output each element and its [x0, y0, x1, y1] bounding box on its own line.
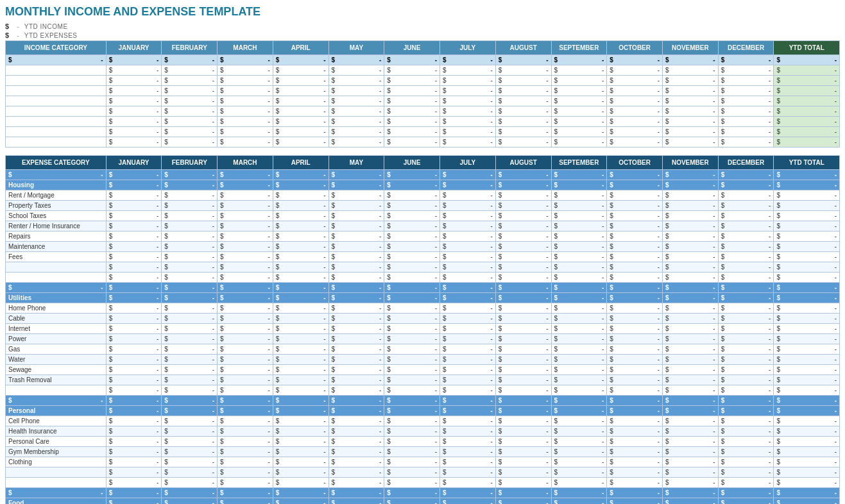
expense-data-month-0[interactable]: $-	[106, 385, 162, 396]
expense-data-month-7[interactable]: $-	[495, 221, 551, 231]
expense-data-month-6[interactable]: $-	[440, 437, 496, 447]
expense-data-month-1[interactable]: $-	[162, 365, 218, 375]
expense-data-month-6[interactable]: $-	[440, 416, 496, 426]
expense-data-month-7[interactable]: $-	[495, 437, 551, 447]
expense-data-month-3[interactable]: $-	[273, 273, 329, 283]
income-cell-r2-m9[interactable]: $-	[607, 86, 663, 96]
expense-total-month-9[interactable]: $-	[607, 170, 663, 180]
expense-data-month-11[interactable]: $-	[718, 344, 774, 355]
income-cell-r1-m3[interactable]: $-	[273, 76, 329, 86]
expense-data-month-2[interactable]: $-	[218, 221, 273, 231]
expense-data-month-11[interactable]: $-	[718, 426, 774, 437]
expense-data-month-5[interactable]: $-	[384, 231, 440, 242]
expense-total-month-9[interactable]: $-	[607, 283, 663, 293]
expense-data-ytd[interactable]: $-	[774, 416, 840, 426]
income-cell-r6-m10[interactable]: $-	[662, 127, 718, 137]
expense-data-month-8[interactable]: $-	[551, 344, 607, 355]
expense-data-month-5[interactable]: $-	[384, 467, 440, 478]
expense-data-month-4[interactable]: $-	[329, 242, 384, 252]
expense-data-month-8[interactable]: $-	[551, 211, 607, 221]
income-ytd-cell-r0[interactable]: $-	[774, 65, 840, 76]
expense-total-month-1[interactable]: $-	[162, 293, 218, 303]
income-cell-r3-m0[interactable]: $-	[106, 96, 162, 106]
income-cell-r5-m11[interactable]: $-	[718, 117, 774, 127]
expense-data-month-4[interactable]: $-	[329, 355, 384, 365]
expense-data-month-9[interactable]: $-	[607, 426, 663, 437]
income-cell-r1-m10[interactable]: $-	[662, 76, 718, 86]
expense-data-month-5[interactable]: $-	[384, 314, 440, 324]
expense-total-month-8[interactable]: $-	[551, 293, 607, 303]
expense-total-month-11[interactable]: $-	[718, 498, 774, 505]
expense-total-month-1[interactable]: $-	[162, 180, 218, 190]
expense-data-month-7[interactable]: $-	[495, 211, 551, 221]
expense-data-month-10[interactable]: $-	[662, 426, 718, 437]
expense-data-month-7[interactable]: $-	[495, 242, 551, 252]
expense-total-month-6[interactable]: $-	[440, 283, 496, 293]
income-cell-r1-m5[interactable]: $-	[384, 76, 440, 86]
expense-total-month-10[interactable]: $-	[662, 293, 718, 303]
expense-data-month-0[interactable]: $-	[106, 426, 162, 437]
income-cell-r6-m0[interactable]: $-	[106, 127, 162, 137]
expense-data-ytd[interactable]: $-	[774, 211, 840, 221]
income-cell-r0-m9[interactable]: $-	[607, 65, 663, 76]
expense-total-month-2[interactable]: $-	[218, 180, 273, 190]
expense-data-month-7[interactable]: $-	[495, 467, 551, 478]
expense-data-month-0[interactable]: $-	[106, 324, 162, 334]
expense-item-label[interactable]: Trash Removal	[6, 375, 107, 385]
expense-total-month-8[interactable]: $-	[551, 498, 607, 505]
expense-data-month-10[interactable]: $-	[662, 303, 718, 314]
expense-data-month-1[interactable]: $-	[162, 355, 218, 365]
expense-total-month-6[interactable]: $-	[440, 293, 496, 303]
expense-data-month-5[interactable]: $-	[384, 437, 440, 447]
expense-data-month-0[interactable]: $-	[106, 231, 162, 242]
expense-data-month-3[interactable]: $-	[273, 355, 329, 365]
income-cell-r5-m3[interactable]: $-	[273, 117, 329, 127]
income-cell-r0-m4[interactable]: $-	[329, 65, 384, 76]
income-cell-r7-m4[interactable]: $-	[329, 137, 384, 147]
expense-data-month-9[interactable]: $-	[607, 314, 663, 324]
expense-item-label[interactable]: School Taxes	[6, 211, 107, 221]
expense-data-month-10[interactable]: $-	[662, 324, 718, 334]
expense-data-month-5[interactable]: $-	[384, 242, 440, 252]
expense-data-month-8[interactable]: $-	[551, 375, 607, 385]
expense-data-month-8[interactable]: $-	[551, 385, 607, 396]
expense-data-month-10[interactable]: $-	[662, 416, 718, 426]
expense-data-month-7[interactable]: $-	[495, 190, 551, 201]
income-total-month-11[interactable]: $-	[718, 55, 774, 65]
expense-total-month-10[interactable]: $-	[662, 396, 718, 406]
expense-item-label[interactable]: Sewage	[6, 365, 107, 375]
expense-total-month-11[interactable]: $-	[718, 170, 774, 180]
expense-data-month-9[interactable]: $-	[607, 385, 663, 396]
expense-data-month-6[interactable]: $-	[440, 190, 496, 201]
expense-data-month-5[interactable]: $-	[384, 457, 440, 467]
expense-total-month-3[interactable]: $-	[273, 406, 329, 416]
expense-item-label[interactable]: Clothing	[6, 457, 107, 467]
expense-data-month-9[interactable]: $-	[607, 457, 663, 467]
income-cell-r6-m1[interactable]: $-	[162, 127, 218, 137]
expense-data-ytd[interactable]: $-	[774, 334, 840, 344]
expense-data-month-0[interactable]: $-	[106, 303, 162, 314]
expense-data-month-4[interactable]: $-	[329, 314, 384, 324]
expense-data-month-8[interactable]: $-	[551, 355, 607, 365]
income-category-cell[interactable]	[6, 127, 107, 137]
income-total-month-5[interactable]: $-	[384, 55, 440, 65]
income-ytd-cell-r1[interactable]: $-	[774, 76, 840, 86]
income-category-cell[interactable]	[6, 96, 107, 106]
expense-data-month-5[interactable]: $-	[384, 385, 440, 396]
expense-data-month-9[interactable]: $-	[607, 478, 663, 488]
expense-data-month-8[interactable]: $-	[551, 447, 607, 457]
expense-data-month-8[interactable]: $-	[551, 262, 607, 273]
expense-data-month-11[interactable]: $-	[718, 314, 774, 324]
expense-item-label[interactable]: Gas	[6, 344, 107, 355]
income-cell-r0-m1[interactable]: $-	[162, 65, 218, 76]
expense-data-month-6[interactable]: $-	[440, 242, 496, 252]
expense-data-month-11[interactable]: $-	[718, 447, 774, 457]
income-cell-r2-m3[interactable]: $-	[273, 86, 329, 96]
expense-data-month-2[interactable]: $-	[218, 426, 273, 437]
expense-data-month-7[interactable]: $-	[495, 365, 551, 375]
income-cell-r6-m3[interactable]: $-	[273, 127, 329, 137]
expense-data-month-2[interactable]: $-	[218, 262, 273, 273]
income-cell-r4-m7[interactable]: $-	[495, 106, 551, 117]
expense-total-month-10[interactable]: $-	[662, 498, 718, 505]
expense-total-month-5[interactable]: $-	[384, 498, 440, 505]
